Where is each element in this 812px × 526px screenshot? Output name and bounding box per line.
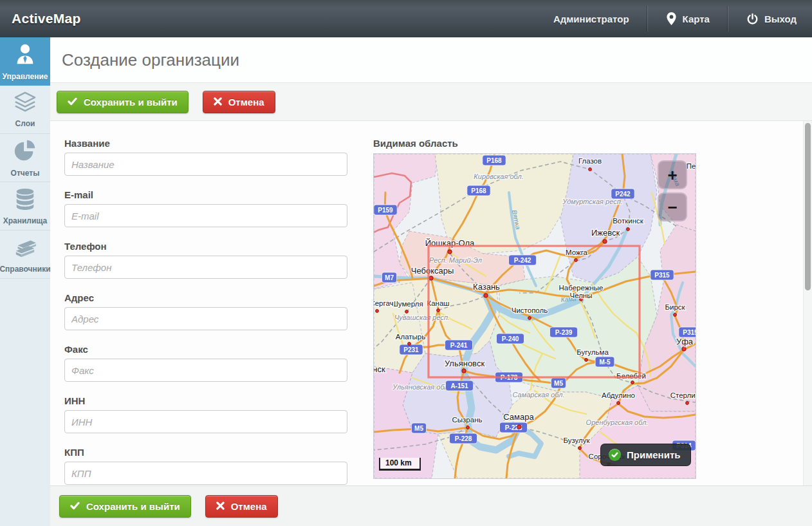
organization-form: НазваниеE-mailТелефонАдресФаксИННКПП xyxy=(64,138,347,485)
map-zoom-control: + − xyxy=(658,160,687,221)
apply-button[interactable]: Применить xyxy=(600,444,691,466)
page-header: Создание организации xyxy=(50,37,812,83)
map-road-shield-label: Р315 xyxy=(683,329,696,336)
map-city-label: Ижевск xyxy=(591,228,620,238)
map-city-dot xyxy=(575,259,578,262)
map-city-dot xyxy=(585,359,588,362)
map-link[interactable]: Карта xyxy=(648,0,728,37)
map-city-dot xyxy=(484,294,488,297)
map-city-dot xyxy=(429,276,433,280)
map-road-shield-label: Р-241 xyxy=(450,342,468,349)
scrollbar-thumb[interactable] xyxy=(805,123,811,290)
map-area-label: Кировская обл. xyxy=(474,173,523,180)
map-city-dot xyxy=(376,310,379,313)
map-city-label: нск xyxy=(374,364,385,374)
user-icon xyxy=(13,42,37,69)
phone-label: Телефон xyxy=(64,241,347,252)
map-city-dot xyxy=(437,309,440,312)
sidebar-item-storages[interactable]: Хранилища xyxy=(0,182,50,230)
app-logo: ActiveMap xyxy=(0,11,81,26)
map-area-label: Респ. Марий-Эл xyxy=(429,256,482,264)
map-road-shield-label: Р168 xyxy=(471,187,486,194)
map-city-dot xyxy=(674,314,677,317)
map-road-shield-label: М5 xyxy=(414,425,423,432)
field-address: Адрес xyxy=(64,292,347,330)
map-city-dot xyxy=(603,240,607,243)
zoom-out-button[interactable]: − xyxy=(658,193,687,221)
field-inn: ИНН xyxy=(64,395,347,433)
sidebar-item-layers[interactable]: Слои xyxy=(0,86,50,134)
map-area-label: Оренбургская обл. xyxy=(586,418,649,426)
map-city-label: Алатырь xyxy=(396,333,425,341)
inn-input[interactable] xyxy=(64,410,347,433)
books-icon xyxy=(13,236,37,261)
map-area-label: Самарская обл. xyxy=(512,391,564,399)
power-icon xyxy=(746,12,759,25)
map-road-shield-label: М-5 xyxy=(599,359,611,366)
user-menu[interactable]: Администратор xyxy=(535,0,647,37)
map-city-dot xyxy=(517,425,521,429)
top-bar: ActiveMap Администратор Карта Выход xyxy=(0,0,812,37)
map-city-label: Сызрань xyxy=(452,416,483,424)
map-city-label: Стерлита xyxy=(670,391,696,399)
map-area-label: Чувашская респ. xyxy=(394,314,450,321)
cancel-button-bottom[interactable]: Отмена xyxy=(205,495,278,518)
map-area-label: Ульяновская обл. xyxy=(392,383,450,391)
save-and-exit-button-bottom[interactable]: Сохранить и выйти xyxy=(59,495,191,518)
map-city-label: Шумерля xyxy=(391,300,423,308)
sidebar-item-management[interactable]: Управление xyxy=(0,37,50,86)
layers-icon xyxy=(13,91,37,116)
map-city-label: Можга xyxy=(566,249,588,256)
phone-input[interactable] xyxy=(64,256,347,279)
sidebar-item-reports[interactable]: Отчеты xyxy=(0,134,50,182)
cancel-label: Отмена xyxy=(231,501,267,512)
save-and-exit-button[interactable]: Сохранить и выйти xyxy=(57,91,189,113)
map-city-dot xyxy=(528,317,531,320)
map-city-dot xyxy=(617,402,620,405)
check-circle-icon xyxy=(609,449,621,461)
check-icon xyxy=(70,501,80,512)
map-city-label: Белебей xyxy=(616,372,646,380)
map-canvas[interactable]: + − 100 km Применить Кировская обл.Удмур… xyxy=(373,153,696,479)
map-road-shield-label: М5 xyxy=(554,380,563,387)
map-city-dot xyxy=(631,381,634,384)
logout-button[interactable]: Выход xyxy=(728,0,812,37)
map-link-label: Карта xyxy=(683,14,710,24)
check-icon xyxy=(68,97,77,108)
field-email: E-mail xyxy=(64,189,347,227)
kpp-input[interactable] xyxy=(64,462,347,485)
save-and-exit-label: Сохранить и выйти xyxy=(84,97,178,108)
email-label: E-mail xyxy=(64,189,347,200)
map-image: Кировская обл.Удмуртская респ.Респ. Мари… xyxy=(374,154,696,478)
map-city-dot xyxy=(448,250,452,254)
map-scale-bar: 100 km xyxy=(379,458,421,471)
fax-label: Факс xyxy=(64,344,347,355)
fax-input[interactable] xyxy=(64,359,347,382)
address-input[interactable] xyxy=(64,307,347,330)
map-city-label: Канаш xyxy=(427,299,449,307)
page-title: Создание организации xyxy=(62,50,239,70)
cancel-button[interactable]: Отмена xyxy=(203,91,275,113)
sidebar-item-directories[interactable]: Справочники xyxy=(0,230,50,279)
bottom-action-bar: Сохранить и выйти Отмена xyxy=(50,485,812,526)
email-input[interactable] xyxy=(64,204,347,227)
map-city-dot xyxy=(589,168,592,171)
vertical-scrollbar[interactable] xyxy=(803,121,812,485)
map-road-shield-label: Р168 xyxy=(486,157,502,164)
zoom-in-button[interactable]: + xyxy=(658,160,687,189)
map-city-label: Чебоксары xyxy=(411,266,454,276)
map-city-label: Воткинск xyxy=(613,217,644,225)
top-action-bar: Сохранить и выйти Отмена xyxy=(50,83,812,121)
map-city-label: Глазов xyxy=(578,157,602,165)
name-input[interactable] xyxy=(64,153,347,176)
sidebar-item-label: Отчеты xyxy=(11,169,40,178)
field-name: Название xyxy=(64,138,347,176)
map-city-dot xyxy=(405,310,409,314)
map-city-dot xyxy=(466,426,470,429)
map-city-label: Уфа xyxy=(676,337,694,346)
map-city-label: Ульяновск xyxy=(445,359,484,368)
x-icon xyxy=(216,501,225,512)
map-city-label: Пе xyxy=(687,162,696,170)
map-city-dot xyxy=(627,228,630,231)
visible-area-label: Видимая область xyxy=(373,138,696,149)
